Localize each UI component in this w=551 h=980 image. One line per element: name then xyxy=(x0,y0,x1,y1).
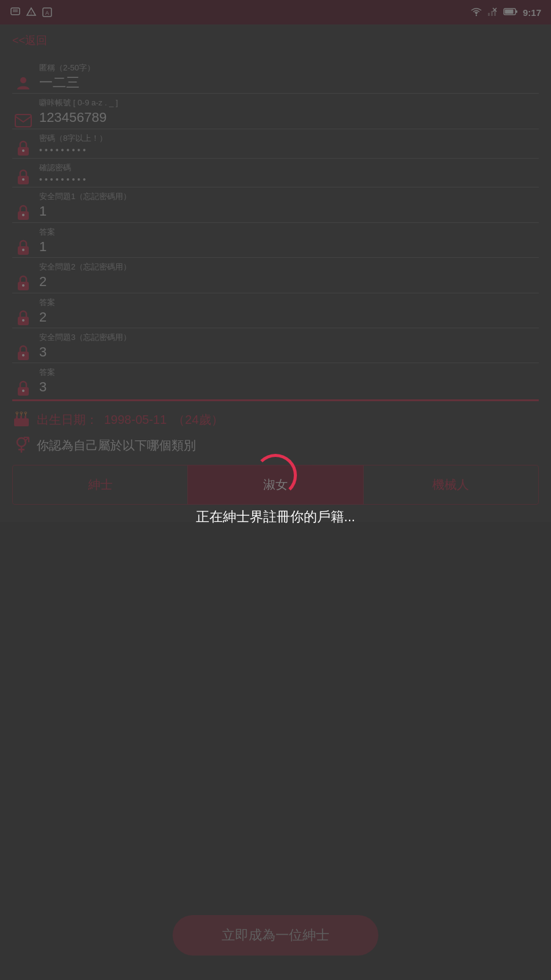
loading-spinner xyxy=(254,454,297,497)
loading-text: 正在紳士界註冊你的戶籍... xyxy=(196,508,355,526)
spinner-container: 正在紳士界註冊你的戶籍... xyxy=(196,454,355,526)
loading-overlay: 正在紳士界註冊你的戶籍... xyxy=(0,0,551,980)
